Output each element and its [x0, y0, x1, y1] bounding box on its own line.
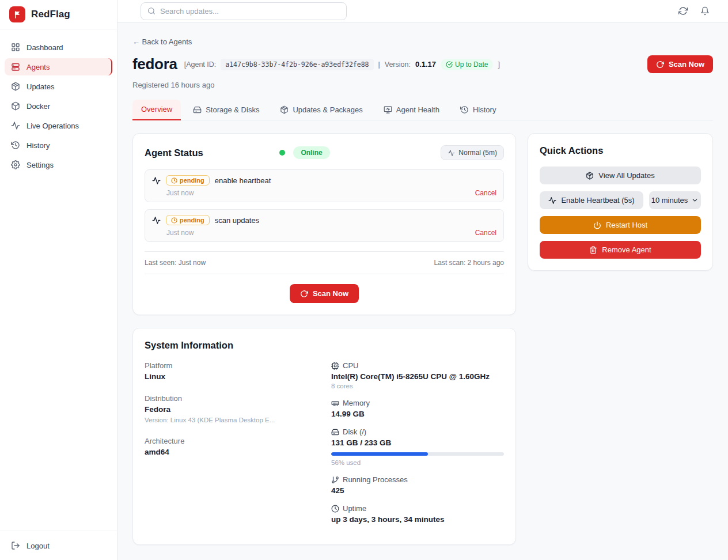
- gear-icon: [11, 160, 20, 169]
- tab-updates-packages[interactable]: Updates & Packages: [271, 100, 371, 120]
- quick-actions-card: Quick Actions View All Updates Enable He…: [528, 133, 713, 271]
- remove-agent-label: Remove Agent: [602, 245, 651, 254]
- back-to-agents-link[interactable]: ← Back to Agents: [132, 37, 713, 46]
- tabs: Overview Storage & Disks Updates & Packa…: [132, 100, 713, 120]
- restart-host-button[interactable]: Restart Host: [540, 216, 701, 234]
- brand: RedFlag: [0, 0, 117, 29]
- clock-icon: [331, 505, 339, 513]
- sidebar-item-label: Live Operations: [26, 122, 79, 130]
- sidebar-footer: Logout: [0, 531, 117, 560]
- version-value: 0.1.17: [415, 60, 436, 69]
- refresh-icon: [300, 290, 308, 298]
- sidebar-item-label: Updates: [26, 82, 54, 91]
- sidebar-item-label: History: [26, 141, 50, 150]
- sidebar-item-label: Settings: [26, 161, 54, 169]
- history-icon: [11, 141, 20, 150]
- pending-badge: pending: [166, 175, 210, 186]
- tab-label: Agent Health: [396, 105, 439, 114]
- content: ← Back to Agents fedora [Agent ID: a147c…: [117, 22, 728, 560]
- sidebar-item-settings[interactable]: Settings: [5, 156, 112, 173]
- sidebar-item-docker[interactable]: Docker: [5, 97, 112, 115]
- search-icon: [147, 7, 156, 15]
- tab-history[interactable]: History: [452, 100, 505, 120]
- version-label: Version:: [385, 60, 411, 69]
- clock-icon: [171, 217, 177, 224]
- task-row: pending enable heartbeat Just now Cancel: [145, 169, 504, 202]
- registered-text: Registered 16 hours ago: [132, 81, 500, 89]
- cube-icon: [11, 101, 20, 111]
- tab-storage-disks[interactable]: Storage & Disks: [184, 100, 268, 120]
- task-time: Just now: [166, 229, 194, 237]
- sidebar-item-label: Dashboard: [26, 43, 63, 52]
- last-scan-text: Last scan: 2 hours ago: [434, 259, 504, 267]
- agent-status-title: Agent Status: [145, 147, 203, 158]
- logout-label: Logout: [26, 542, 50, 550]
- hard-drive-icon: [193, 105, 202, 114]
- main-area: ← Back to Agents fedora [Agent ID: a147c…: [117, 0, 728, 560]
- view-all-updates-button[interactable]: View All Updates: [540, 167, 701, 184]
- check-circle-icon: [446, 61, 453, 68]
- cancel-task-link[interactable]: Cancel: [475, 229, 496, 237]
- bell-icon[interactable]: [700, 6, 710, 16]
- sidebar-item-updates[interactable]: Updates: [5, 78, 112, 95]
- distribution-version-note: Version: Linux 43 (KDE Plasma Desktop E.…: [145, 417, 317, 423]
- enable-heartbeat-label: Enable Heartbeat (5s): [561, 196, 634, 205]
- disk-used-note: 56% used: [331, 459, 504, 466]
- cancel-task-link[interactable]: Cancel: [475, 189, 496, 197]
- agent-id-label: [Agent ID:: [184, 60, 217, 69]
- quick-actions-title: Quick Actions: [540, 145, 701, 156]
- sidebar-item-dashboard[interactable]: Dashboard: [5, 39, 112, 56]
- tab-label: Updates & Packages: [293, 105, 362, 114]
- disk-progress-bar: [331, 452, 504, 456]
- activity-icon: [448, 149, 455, 157]
- activity-icon: [152, 216, 161, 225]
- search-box[interactable]: [141, 2, 347, 20]
- up-to-date-badge: Up to Date: [441, 59, 493, 70]
- sidebar-item-agents[interactable]: Agents: [5, 58, 112, 75]
- monitor-icon: [384, 105, 392, 114]
- refresh-icon[interactable]: [678, 6, 688, 16]
- cpu-icon: [331, 362, 339, 370]
- cpu-label: CPU: [343, 361, 358, 370]
- scan-now-label: Scan Now: [669, 60, 704, 69]
- tab-agent-health[interactable]: Agent Health: [375, 100, 448, 120]
- system-information-card: System Information Platform Linux Distri…: [132, 328, 516, 545]
- scan-now-button-header[interactable]: Scan Now: [647, 55, 713, 73]
- git-branch-icon: [331, 476, 339, 484]
- pending-label: pending: [180, 217, 204, 224]
- package-icon: [280, 105, 289, 114]
- server-icon: [11, 62, 20, 71]
- distribution-value: Fedora: [145, 405, 317, 414]
- sidebar-item-live-operations[interactable]: Live Operations: [5, 117, 112, 134]
- platform-label: Platform: [145, 361, 317, 370]
- tab-overview[interactable]: Overview: [132, 100, 181, 120]
- tab-label: Storage & Disks: [206, 105, 259, 114]
- heartbeat-schedule-badge[interactable]: Normal (5m): [441, 145, 504, 160]
- enable-heartbeat-button[interactable]: Enable Heartbeat (5s): [540, 191, 643, 209]
- flag-icon: [13, 10, 22, 19]
- sidebar-item-history[interactable]: History: [5, 137, 112, 154]
- scan-now-button-card[interactable]: Scan Now: [290, 284, 359, 303]
- package-icon: [11, 82, 20, 91]
- logout-icon: [11, 541, 20, 550]
- refresh-icon: [656, 60, 664, 69]
- disk-label: Disk (/): [343, 427, 366, 436]
- online-dot: [279, 150, 285, 156]
- interval-value: 10 minutes: [651, 196, 688, 205]
- meta-bracket-close: ]: [498, 60, 499, 69]
- view-all-updates-label: View All Updates: [598, 171, 654, 180]
- platform-value: Linux: [145, 372, 317, 381]
- sidebar-item-label: Docker: [26, 102, 50, 111]
- topbar-icons: [678, 6, 710, 16]
- interval-dropdown[interactable]: 10 minutes: [649, 191, 701, 209]
- architecture-label: Architecture: [145, 437, 317, 445]
- restart-host-label: Restart Host: [606, 221, 647, 229]
- logout-button[interactable]: Logout: [11, 541, 106, 550]
- search-input[interactable]: [160, 7, 340, 16]
- remove-agent-button[interactable]: Remove Agent: [540, 241, 701, 259]
- uptime-label: Uptime: [343, 504, 366, 513]
- online-status: Online: [279, 146, 329, 159]
- pending-badge: pending: [166, 215, 210, 225]
- clock-icon: [171, 177, 177, 184]
- task-name: enable heartbeat: [215, 176, 271, 185]
